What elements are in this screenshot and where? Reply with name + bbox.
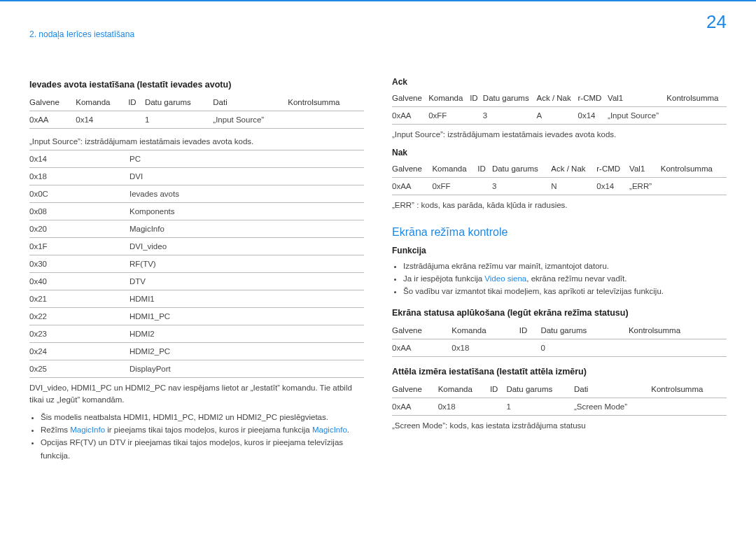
td: 0x40 (29, 273, 130, 290)
th: ID (490, 381, 507, 398)
td: 0x23 (29, 325, 130, 343)
td (490, 398, 507, 415)
td: Komponents (130, 203, 364, 220)
td: DVI (130, 168, 364, 185)
txt: Režīms (41, 426, 70, 434)
td (666, 107, 727, 125)
td: „Input Source” (213, 111, 288, 129)
table-header-row: Galvene Komanda ID Datu garums Kontrolsu… (392, 322, 727, 339)
page-body: Ievades avota iestatīšana (Iestatīt ieva… (0, 0, 756, 490)
bullet: Izstrādājuma ekrāna režīmu var mainīt, i… (403, 260, 727, 272)
bullet: Šis modelis neatbalsta HDMI1, HDMI1_PC, … (41, 411, 364, 423)
table-row: 0x23HDMI2 (29, 325, 364, 343)
th: Val1 (629, 160, 661, 178)
th-datu: Datu garums (145, 94, 213, 111)
td: „ERR” (629, 178, 661, 195)
td: 0x30 (29, 255, 130, 273)
th: Komanda (428, 90, 470, 107)
ack-note: „Input Source”: izstrādājumam iestatāmai… (392, 129, 727, 141)
th: Ack / Nak (537, 90, 578, 107)
input-setup-table: Galvene Komanda ID Datu garums Dati Kont… (29, 94, 364, 129)
td (519, 339, 541, 356)
th-dati: Dati (213, 94, 288, 111)
bullet: Šo vadību var izmantot tikai modeļiem, k… (403, 285, 727, 297)
table-header-row: Galvene Komanda ID Datu garums Ack / Nak… (392, 90, 727, 107)
th: r-CMD (578, 90, 608, 107)
td: DVI_video (130, 238, 364, 255)
td: 0x24 (29, 343, 130, 360)
td: 0x20 (29, 220, 130, 238)
caption-row: „Input Source”: izstrādājumam iestatāmai… (29, 133, 364, 150)
video-siena-link: Video siena (484, 274, 526, 283)
page-number: 24 (706, 11, 727, 33)
txt: Ja ir iespējota funkcija (403, 274, 484, 283)
th: Datu garums (540, 322, 629, 339)
td: „Input Source” (608, 107, 666, 125)
th: Kontrolsumma (666, 90, 727, 107)
nak-table: Galvene Komanda ID Datu garums Ack / Nak… (392, 160, 727, 195)
td: 0 (540, 339, 629, 356)
td: PC (130, 150, 364, 168)
td: 0x18 (438, 398, 490, 415)
magicinfo-link: MagicInfo (70, 426, 105, 434)
td: 0x08 (29, 203, 130, 220)
table-row: 0x30RF(TV) (29, 255, 364, 273)
td: 0xAA (392, 178, 432, 195)
td: A (537, 107, 578, 125)
th-kontrol: Kontrolsumma (288, 94, 364, 111)
table-row: 0x22HDMI1_PC (29, 308, 364, 325)
input-codes-table: „Input Source”: izstrādājumam iestatāmai… (29, 133, 364, 378)
td: 1 (506, 398, 574, 415)
th: Galvene (392, 322, 451, 339)
left-bullets: Šis modelis neatbalsta HDMI1, HDMI1_PC, … (29, 411, 364, 463)
table-row: 0x08Komponents (29, 203, 364, 220)
table-row: 0x18DVI (29, 168, 364, 185)
td: 0x14 (29, 150, 130, 168)
td: 0xAA (392, 107, 428, 125)
td: 0x25 (29, 360, 130, 378)
status-title: Ekrāna statusa aplūkošana (Iegūt ekrāna … (392, 308, 727, 318)
size-table: Galvene Komanda ID Datu garums Dati Kont… (392, 381, 727, 416)
ack-table: Galvene Komanda ID Datu garums Ack / Nak… (392, 90, 727, 125)
td: N (551, 178, 596, 195)
table-row: 0xAA 0x14 1 „Input Source” (29, 111, 364, 129)
td (477, 178, 492, 195)
th: r-CMD (596, 160, 629, 178)
right-column: Ack Galvene Komanda ID Datu garums Ack /… (392, 70, 727, 469)
post-note: DVI_video, HDMI1_PC un HDMI2_PC nav iesp… (29, 382, 364, 407)
th: Komanda (438, 381, 490, 398)
txt: , ekrāna režīmu nevar vadīt. (526, 274, 626, 283)
table-row: 0x20MagicInfo (29, 220, 364, 238)
txt: . (347, 426, 349, 434)
td: 0x18 (29, 168, 130, 185)
size-note: „Screen Mode”: kods, kas iestata izstrād… (392, 420, 727, 432)
bullet: Režīms MagicInfo ir pieejams tikai tajos… (41, 423, 364, 436)
table-row: 0x25DisplayPort (29, 360, 364, 378)
table-header-row: Galvene Komanda ID Datu garums Dati Kont… (392, 381, 727, 398)
table-row: 0x40DTV (29, 273, 364, 290)
left-column: Ievades avota iestatīšana (Iestatīt ieva… (29, 70, 364, 469)
td: 0xAA (392, 398, 438, 415)
th: Kontrolsumma (629, 322, 727, 339)
txt: ir pieejams tikai tajos modeļos, kuros i… (105, 426, 312, 434)
td: HDMI2_PC (130, 343, 364, 360)
td: 0x14 (76, 111, 128, 129)
td: DisplayPort (130, 360, 364, 378)
th: Kontrolsumma (661, 160, 727, 178)
func-bullets: Izstrādājuma ekrāna režīmu var mainīt, i… (392, 260, 727, 298)
th: Datu garums (483, 90, 537, 107)
th: Ack / Nak (551, 160, 596, 178)
th: ID (477, 160, 492, 178)
td: 0x21 (29, 290, 130, 308)
th: Kontrolsumma (651, 381, 727, 398)
td (661, 178, 727, 195)
ack-title: Ack (392, 77, 727, 87)
th: Dati (574, 381, 651, 398)
th: Datu garums (506, 381, 574, 398)
screen-mode-title: Ekrāna režīma kontrole (392, 226, 727, 239)
input-note: „Input Source”: izstrādājumam iestatāmai… (29, 133, 364, 150)
td: HDMI2 (130, 325, 364, 343)
td: MagicInfo (130, 220, 364, 238)
td: HDMI1 (130, 290, 364, 308)
left-title: Ievades avota iestatīšana (Iestatīt ieva… (29, 80, 364, 90)
